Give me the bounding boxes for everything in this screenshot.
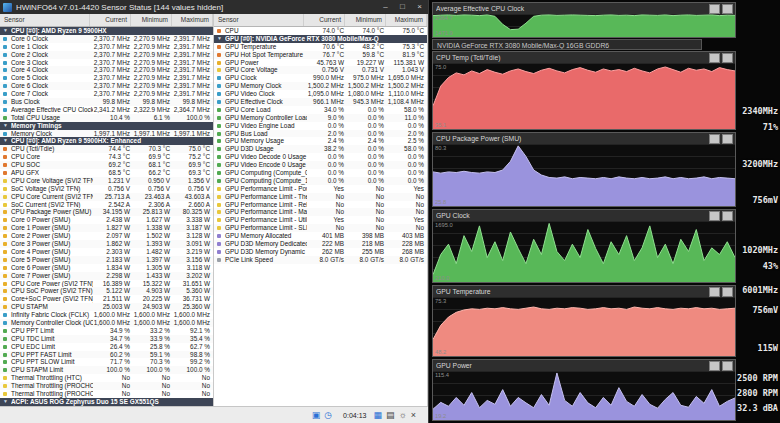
sensor-row[interactable]: CPU STAPM25.003 W24.903 W25.360 W (0, 303, 213, 311)
graph-titlebar[interactable]: CPU Package Power (SMU) (433, 133, 735, 144)
sensor-row[interactable]: CPU Core74.3 °C69.9 °C75.2 °C (0, 153, 213, 161)
sensor-row[interactable]: GPU Video Engine Load0.0 %0.0 %0.0 % (214, 122, 427, 130)
sensor-row[interactable]: GPU Computing (Compute_1) Usage0.0 %0.0 … (214, 177, 427, 185)
column-header-sensor[interactable]: Sensor (214, 14, 304, 26)
graph-settings-button[interactable] (709, 53, 720, 63)
sensor-row[interactable]: Core 2 Power (SMU)2.097 W1.502 W3.128 W (0, 232, 213, 240)
sensor-row[interactable]: Core 7 Clock2,370.7 MHz2,270.9 MHz2,391.… (0, 90, 213, 98)
sensor-row[interactable]: GPU Video Decode 0 Usage0.0 %0.0 %0.0 % (214, 153, 427, 161)
close-icon[interactable]: × (411, 410, 416, 420)
graph-close-button[interactable] (722, 361, 733, 371)
sensor-row[interactable]: Core+SoC Power (SVI2 TFN)21.511 W20.225 … (0, 295, 213, 303)
sensor-row[interactable]: GPU Memory Usage2.4 %2.4 %2.5 % (214, 137, 427, 145)
sensor-row[interactable]: GPU Bus Load2.0 %0.0 %2.0 % (214, 130, 427, 138)
sensor-row[interactable]: CPU Core Current (SVI2 TFN)25.713 A23.46… (0, 193, 213, 201)
sensor-row[interactable]: CPU STAPM Limit100.0 %100.0 %100.0 % (0, 366, 213, 374)
sensor-row[interactable]: Core 1 Power (SMU)1.827 W1.338 W3.187 W (0, 224, 213, 232)
sensor-row[interactable]: GPU Performance Limit - ThermalNoNoNo (214, 193, 427, 201)
sensor-row[interactable]: Core 6 Power (SMU)1.834 W1.305 W3.118 W (0, 264, 213, 272)
sensor-row[interactable]: GPU Performance Limit - UtilizationYesNo… (214, 216, 427, 224)
collapse-arrow-icon[interactable]: ▼ (217, 35, 222, 43)
sensor-row[interactable]: Core 1 Clock2,370.7 MHz2,270.9 MHz2,391.… (0, 43, 213, 51)
column-header-maximum[interactable]: Maximum (386, 14, 427, 26)
sensor-row[interactable]: GPU Video Clock1,095.0 MHz1,080.0 MHz1,1… (214, 90, 427, 98)
column-header-minimum[interactable]: Minimum (345, 14, 386, 26)
sensor-row[interactable]: Core 5 Power (SMU)2.183 W1.397 W3.156 W (0, 256, 213, 264)
sensor-row[interactable]: Average Effective CPU Clock2,341.2 MHz2,… (0, 106, 213, 114)
graph-titlebar[interactable]: CPU Temp (Tctl/Tdie) (433, 52, 735, 63)
sensor-row[interactable]: APU GFX68.5 °C66.2 °C69.3 °C (0, 169, 213, 177)
sensor-row[interactable]: Core 6 Clock2,370.7 MHz2,270.9 MHz2,391.… (0, 82, 213, 90)
sensor-row[interactable]: CPU TDC Limit34.7 %33.9 %35.4 % (0, 335, 213, 343)
settings-gear-icon[interactable]: ☼ (398, 410, 406, 420)
sensor-row[interactable]: GPU Memory Controller Load9.0 %0.0 %11.0… (214, 114, 427, 122)
monitor-icon[interactable]: ▣ (312, 410, 321, 420)
minimize-button[interactable]: – (377, 0, 394, 14)
column-header-maximum[interactable]: Maximum (172, 14, 213, 26)
sensor-row[interactable]: CPU Core Voltage (SVI2 TFN)1.231 V0.950 … (0, 177, 213, 185)
graph-settings-button[interactable] (709, 361, 720, 371)
sensor-row[interactable]: Core 0 Clock2,370.7 MHz2,270.9 MHz2,391.… (0, 35, 213, 43)
sensor-row[interactable]: CPU74.0 °C74.0 °C75.0 °C (214, 27, 427, 35)
sensor-row[interactable]: Memory Controller Clock (UCLK)1,600.0 MH… (0, 319, 213, 327)
sensor-row[interactable]: Core 5 Clock2,370.7 MHz2,270.9 MHz2,391.… (0, 74, 213, 82)
graph-close-button[interactable] (722, 4, 733, 14)
graph-close-button[interactable] (722, 134, 733, 144)
graph-titlebar[interactable]: GPU Power (433, 360, 735, 371)
sensor-row[interactable]: SoC Current (SVI2 TFN)2.542 A2.306 A2.66… (0, 201, 213, 209)
graph-close-button[interactable] (722, 211, 733, 221)
graph-close-button[interactable] (722, 287, 733, 297)
sensor-row[interactable]: Core 4 Clock2,370.7 MHz2,270.9 MHz2,391.… (0, 66, 213, 74)
column-header-sensor[interactable]: Sensor (0, 14, 90, 26)
sensor-row[interactable]: CPU EDC Limit26.4 %25.8 %62.7 % (0, 343, 213, 351)
sensor-row[interactable]: CPU PPT FAST Limit60.2 %59.1 %98.8 % (0, 351, 213, 359)
sensor-row[interactable]: GPU D3D Memory Dynamic262 MB255 MB268 MB (214, 248, 427, 256)
sensor-row[interactable]: Thermal Throttling (PROCHOT CPU)NoNoNo (0, 382, 213, 390)
sensor-row[interactable]: Core 0 Power (SMU)2.438 W1.627 W3.338 W (0, 216, 213, 224)
sensor-row[interactable]: GPU Effective Clock966.1 MHz945.3 MHz1,1… (214, 98, 427, 106)
sensor-row[interactable]: CPU PPT SLOW Limit71.7 %70.3 %99.2 % (0, 358, 213, 366)
sensor-row[interactable]: Total CPU Usage10.4 %6.1 %100.0 % (0, 114, 213, 122)
graph-close-button[interactable] (722, 53, 733, 63)
sensor-row[interactable]: GPU Performance Limit - Reliability Volt… (214, 201, 427, 209)
sensor-row[interactable]: GPU D3D Memory Dedicated222 MB218 MB228 … (214, 240, 427, 248)
sensor-row[interactable]: Memory Clock1,997.1 MHz1,997.1 MHz1,997.… (0, 130, 213, 138)
sensor-row[interactable]: GPU Memory Clock1,500.2 MHz1,500.2 MHz1,… (214, 82, 427, 90)
sensor-row[interactable]: GPU Hot Spot Temperature76.7 °C59.8 °C81… (214, 51, 427, 59)
sensor-row[interactable]: GPU Performance Limit - SLI GPUBoost Syn… (214, 224, 427, 232)
sensor-row[interactable]: CPU Package Power (SMU)34.195 W25.813 W8… (0, 208, 213, 216)
sensor-group-header[interactable]: ▼GPU [#0]: NVIDIA GeForce RTX 3080 Mobil… (214, 35, 427, 43)
sensor-row[interactable]: CPU PPT Limit34.9 %33.2 %92.1 % (0, 327, 213, 335)
sensor-row[interactable]: Bus Clock99.8 MHz99.8 MHz99.8 MHz (0, 98, 213, 106)
graph-settings-button[interactable] (709, 287, 720, 297)
graph-settings-button[interactable] (709, 134, 720, 144)
sensor-row[interactable]: GPU D3D Usage38.2 %0.0 %58.0 % (214, 145, 427, 153)
graph-titlebar[interactable]: GPU Clock (433, 210, 735, 221)
sensor-group-header[interactable]: ▼ACPI: ASUS ROG Zephyrus Duo 15 SE GX551… (0, 398, 213, 406)
collapse-arrow-icon[interactable]: ▼ (3, 27, 8, 35)
sensor-row[interactable]: GPU Memory Allocated401 MB398 MB403 MB (214, 232, 427, 240)
clock-icon[interactable]: ◷ (324, 410, 332, 420)
sensor-row[interactable]: GPU Power45.763 W19.227 W115.381 W (214, 59, 427, 67)
graph-settings-button[interactable] (709, 211, 720, 221)
log-icon[interactable]: ▤ (386, 410, 395, 420)
sensor-group-header[interactable]: ▼CPU [#0]: AMD Ryzen 9 5900HX (0, 27, 213, 35)
graph-titlebar[interactable]: GPU Temperature (433, 286, 735, 297)
graph-icon[interactable]: ▦ (373, 410, 382, 420)
sensor-row[interactable]: Core 3 Clock2,370.7 MHz2,270.9 MHz2,391.… (0, 59, 213, 67)
column-header-minimum[interactable]: Minimum (131, 14, 172, 26)
sensor-row[interactable]: Infinity Fabric Clock (FCLK)1,600.0 MHz1… (0, 311, 213, 319)
sensor-row[interactable]: CPU (Tctl/Tdie)74.4 °C70.3 °C75.0 °C (0, 145, 213, 153)
window-titlebar[interactable]: HWiNFO64 v7.01-4420 Sensor Status [144 v… (0, 0, 428, 14)
sensor-row[interactable]: GPU Core Load34.0 %0.0 %58.0 % (214, 106, 427, 114)
sensor-row[interactable]: GPU Clock990.0 MHz975.0 MHz1,695.0 MHz (214, 74, 427, 82)
sensor-row[interactable]: Core 4 Power (SMU)2.303 W1.482 W3.219 W (0, 248, 213, 256)
sensor-row[interactable]: Thermal Throttling (PROCHOT EXT)NoNoNo (0, 390, 213, 398)
sensor-row[interactable]: Core 2 Clock2,370.7 MHz2,270.9 MHz2,391.… (0, 51, 213, 59)
sensor-row[interactable]: GPU Core Voltage0.756 V0.731 V1.043 V (214, 66, 427, 74)
sensor-row[interactable]: CPU Core Power (SVI2 TFN)16.389 W15.322 … (0, 280, 213, 288)
sensor-row[interactable]: SoC Voltage (SVI2 TFN)0.756 V0.756 V0.75… (0, 185, 213, 193)
sensor-row[interactable]: CPU SoC Power (SVI2 TFN)5.122 W4.903 W5.… (0, 287, 213, 295)
sensor-row[interactable]: GPU Performance Limit - PowerYesNoYes (214, 185, 427, 193)
sensor-row[interactable]: Core 7 Power (SMU)2.298 W1.433 W3.202 W (0, 272, 213, 280)
